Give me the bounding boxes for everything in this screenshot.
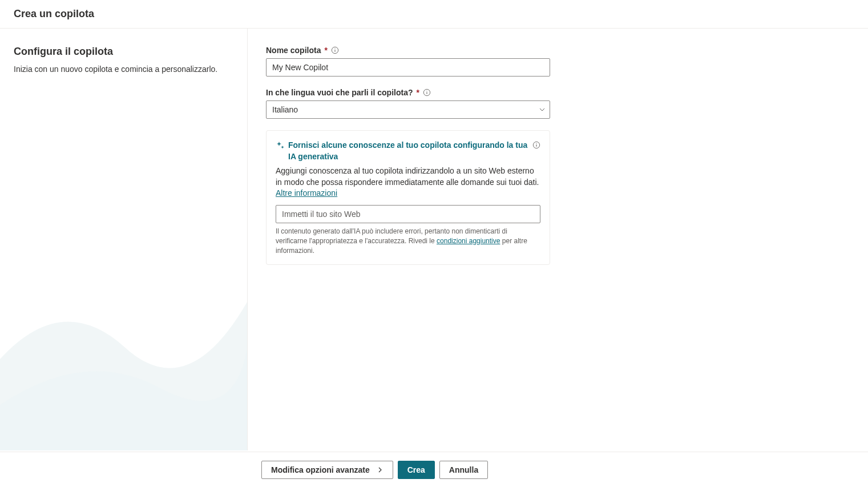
advanced-options-label: Modifica opzioni avanzate (271, 465, 370, 474)
ai-disclaimer: Il contenuto generato dall'IA può includ… (276, 227, 540, 255)
required-asterisk: * (416, 88, 419, 97)
name-label: Nome copilota * (266, 46, 851, 55)
name-field-group: Nome copilota * (266, 46, 851, 77)
sidebar-title: Configura il copilota (14, 46, 233, 58)
page-header: Crea un copilota (0, 0, 868, 29)
advanced-options-button[interactable]: Modifica opzioni avanzate (261, 461, 393, 479)
page-title: Crea un copilota (14, 8, 854, 20)
website-url-input[interactable] (276, 205, 540, 223)
content-wrap: Configura il copilota Inizia con un nuov… (0, 29, 868, 450)
create-button-label: Crea (407, 465, 425, 474)
ai-box-header: Fornisci alcune conoscenze al tuo copilo… (276, 140, 540, 162)
wave-decoration (0, 245, 247, 450)
cancel-button[interactable]: Annulla (439, 461, 488, 479)
info-icon[interactable] (331, 46, 339, 54)
chevron-right-icon (377, 466, 383, 473)
footer-toolbar: Modifica opzioni avanzate Crea Annulla (0, 452, 868, 487)
additional-terms-link[interactable]: condizioni aggiuntive (437, 237, 500, 245)
create-button[interactable]: Crea (398, 461, 435, 479)
language-select[interactable]: Italiano (266, 100, 550, 119)
svg-point-2 (334, 49, 335, 49)
ai-desc-text: Aggiungi conoscenza al tuo copilota indi… (276, 166, 539, 187)
sparkle-icon (276, 141, 285, 150)
svg-point-8 (536, 143, 536, 144)
sidebar: Configura il copilota Inizia con un nuov… (0, 29, 248, 450)
copilot-name-input[interactable] (266, 58, 550, 77)
svg-point-5 (426, 91, 427, 91)
name-label-text: Nome copilota (266, 46, 321, 55)
info-icon[interactable] (423, 88, 431, 96)
generative-ai-box: Fornisci alcune conoscenze al tuo copilo… (266, 130, 550, 265)
main-content: Nome copilota * In che lingua vuoi che p… (248, 29, 868, 450)
language-select-wrap: Italiano (266, 100, 550, 119)
cancel-button-label: Annulla (449, 465, 478, 474)
lang-field-group: In che lingua vuoi che parli il copilota… (266, 88, 851, 119)
required-asterisk: * (324, 46, 327, 55)
lang-label-text: In che lingua vuoi che parli il copilota… (266, 88, 413, 97)
language-selected-value: Italiano (272, 105, 298, 114)
more-info-link[interactable]: Altre informazioni (276, 188, 337, 198)
lang-label: In che lingua vuoi che parli il copilota… (266, 88, 851, 97)
ai-box-title: Fornisci alcune conoscenze al tuo copilo… (288, 140, 529, 162)
sidebar-description: Inizia con un nuovo copilota e comincia … (14, 65, 233, 74)
ai-box-description: Aggiungi conoscenza al tuo copilota indi… (276, 166, 540, 199)
info-icon[interactable] (532, 141, 540, 149)
